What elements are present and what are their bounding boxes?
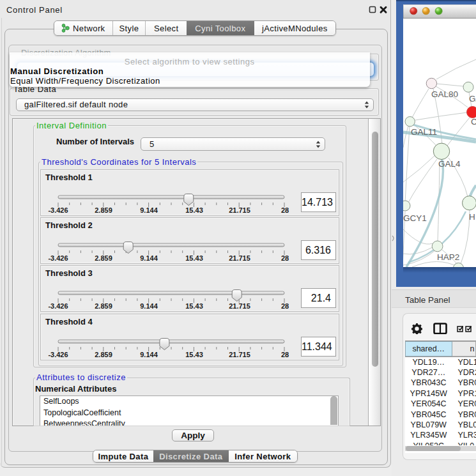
svg-text:GCY1: GCY1	[403, 213, 427, 223]
svg-text:GAL11: GAL11	[411, 127, 437, 137]
svg-text:C: C	[471, 117, 476, 127]
svg-text:GAL80: GAL80	[431, 89, 458, 99]
svg-text:HAP2: HAP2	[437, 252, 459, 262]
svg-text:GA: GA	[469, 94, 476, 104]
svg-text:GAL4: GAL4	[438, 159, 461, 169]
svg-text:H: H	[469, 212, 475, 222]
